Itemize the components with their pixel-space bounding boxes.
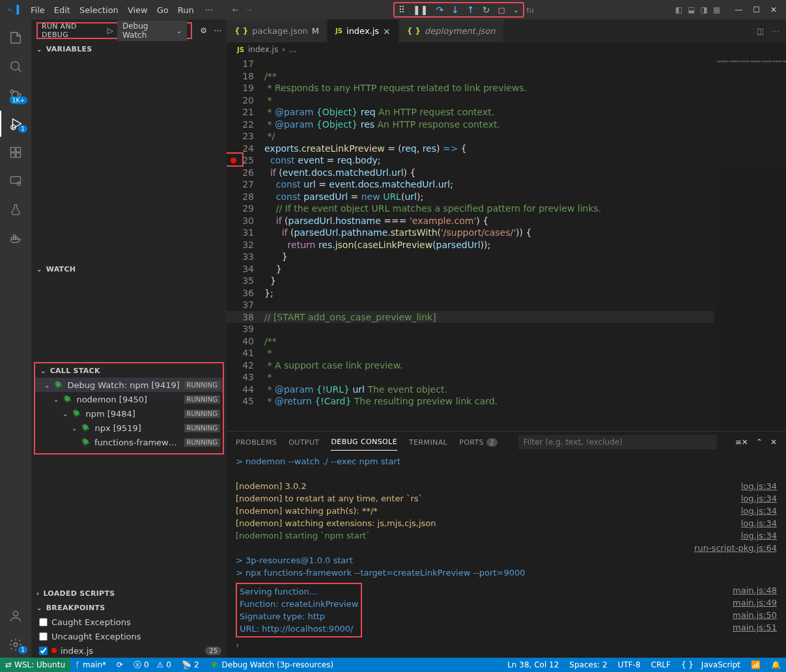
callstack-item[interactable]: ⌄🪲Debug Watch: npm [9419]RUNNING <box>35 378 223 392</box>
debug-dropdown-icon[interactable]: ⌄ <box>513 7 518 14</box>
callstack-item[interactable]: ⌄🪲npm [9484]RUNNING <box>35 406 223 421</box>
layout-right-icon[interactable]: ◨ <box>700 5 707 14</box>
close-icon[interactable]: ✕ <box>770 5 777 14</box>
settings-badge: 1 <box>18 646 27 654</box>
panel-close-icon[interactable]: ✕ <box>770 438 777 447</box>
bp-caught-exceptions[interactable]: Caught Exceptions <box>31 615 227 629</box>
editor-tab[interactable]: { }package.jsonM <box>227 20 328 42</box>
pause-icon[interactable]: ❚❚ <box>413 5 428 15</box>
menu-go[interactable]: Go <box>152 3 173 18</box>
start-debug-icon[interactable]: ▷ <box>107 26 113 35</box>
debug-console[interactable]: > nodemon --watch ./ --exec npm start [n… <box>227 453 786 658</box>
remote-indicator[interactable]: ⇄WSL: Ubuntu <box>0 658 70 672</box>
source-link[interactable]: log.js:34 <box>731 492 777 505</box>
restart-icon[interactable]: ↻ <box>483 5 490 15</box>
editor-tab[interactable]: JSindex.js× <box>328 20 399 42</box>
problems-status[interactable]: ⓧ0 ⚠0 <box>128 658 176 672</box>
source-link[interactable]: main.js:51 <box>722 621 777 634</box>
drag-handle-icon[interactable]: ⠿ <box>399 5 405 15</box>
feedback-icon[interactable]: 📶 <box>746 660 766 669</box>
explorer-icon[interactable] <box>0 25 31 51</box>
testing-icon[interactable] <box>0 197 31 223</box>
minimap[interactable]: ███ ██ ████ █\n█ ██████ ██\n██ ██ ████\n… <box>714 57 786 431</box>
section-breakpoints[interactable]: ⌄BREAKPOINTS <box>31 600 227 615</box>
source-link[interactable]: run-script-pkg.js:64 <box>684 542 777 554</box>
editor-tab[interactable]: { }deployment.json <box>399 20 504 42</box>
panel-tab-debug-console[interactable]: DEBUG CONSOLE <box>331 434 397 451</box>
debug-gear-icon[interactable]: ⚙ <box>200 26 207 35</box>
section-watch[interactable]: ⌄WATCH <box>31 262 227 276</box>
layout-custom-icon[interactable]: ▦ <box>713 5 720 14</box>
source-link[interactable]: log.js:34 <box>731 529 777 542</box>
step-into-icon[interactable]: ↓ <box>451 5 459 15</box>
maximize-icon[interactable]: ☐ <box>753 5 760 14</box>
source-link[interactable]: log.js:34 <box>731 505 777 517</box>
settings-icon[interactable]: 1 <box>0 632 31 658</box>
section-loaded-scripts[interactable]: ›LOADED SCRIPTS <box>31 586 227 600</box>
section-variables[interactable]: ⌄VARIABLES <box>31 42 227 56</box>
menu-file[interactable]: File <box>26 3 49 18</box>
nav-back-icon[interactable]: ← <box>232 5 239 14</box>
checkbox[interactable] <box>39 632 48 641</box>
debug-status[interactable]: 🪲Debug Watch (3p-resources) <box>204 658 339 672</box>
split-editor-icon[interactable]: ◫ <box>757 27 764 36</box>
debug-more-icon[interactable]: ⋯ <box>214 26 221 35</box>
git-branch[interactable]: ᚶmain* <box>70 658 111 672</box>
step-over-icon[interactable]: ↷ <box>436 5 444 15</box>
call-stack-panel: ⌄CALL STACK ⌄🪲Debug Watch: npm [9419]RUN… <box>34 362 224 455</box>
checkbox[interactable] <box>39 618 48 626</box>
code-editor[interactable]: 1718/**19 * Responds to any HTTP request… <box>227 57 714 431</box>
source-link[interactable]: main.js:49 <box>722 596 777 609</box>
minimize-icon[interactable]: — <box>735 5 742 14</box>
source-link[interactable]: main.js:50 <box>722 609 777 621</box>
panel-tab-problems[interactable]: PROBLEMS <box>236 434 277 451</box>
accounts-icon[interactable] <box>0 603 31 629</box>
console-filter-input[interactable] <box>518 435 717 449</box>
callstack-item[interactable]: 🪲functions-framework [954…RUNNING <box>35 435 223 449</box>
section-call-stack[interactable]: ⌄CALL STACK <box>35 363 223 378</box>
menu-selection[interactable]: Selection <box>75 3 123 18</box>
layout-bottom-icon[interactable]: ⬓ <box>688 5 695 14</box>
source-link[interactable]: log.js:34 <box>731 480 777 492</box>
layout-left-icon[interactable]: ◧ <box>675 5 682 14</box>
checkbox[interactable] <box>39 647 48 655</box>
search-icon[interactable] <box>0 53 31 79</box>
panel-tab-ports[interactable]: PORTS2 <box>459 434 498 451</box>
ports-status[interactable]: 📡2 <box>176 658 204 672</box>
bp-file-row[interactable]: index.js25 <box>31 643 227 658</box>
callstack-item[interactable]: ⌄🪲npx [9519]RUNNING <box>35 421 223 435</box>
breadcrumb[interactable]: JS index.js › ... <box>227 42 786 57</box>
run-debug-icon[interactable]: 1 <box>0 111 31 137</box>
menu-edit[interactable]: Edit <box>49 3 75 18</box>
panel-tab-terminal[interactable]: TERMINAL <box>409 434 447 451</box>
console-input-prompt[interactable]: › <box>236 637 777 652</box>
extensions-icon[interactable] <box>0 139 31 165</box>
close-tab-icon[interactable]: × <box>383 26 391 36</box>
console-clear-icon[interactable]: ≡✕ <box>735 438 748 447</box>
indentation[interactable]: Spaces: 2 <box>564 660 612 669</box>
sync-icon[interactable]: ⟳ <box>111 658 128 672</box>
remote-explorer-icon[interactable] <box>0 168 31 194</box>
source-link[interactable]: log.js:34 <box>731 517 777 529</box>
panel-maximize-icon[interactable]: ⌃ <box>756 438 763 447</box>
encoding[interactable]: UTF-8 <box>613 660 646 669</box>
menu-overflow-icon[interactable]: ⋯ <box>201 5 217 14</box>
source-control-icon[interactable]: 1K+ <box>0 82 31 108</box>
error-icon: ⓧ <box>133 660 141 671</box>
eol[interactable]: CRLF <box>646 660 676 669</box>
step-out-icon[interactable]: ↑ <box>467 5 475 15</box>
callstack-item[interactable]: ⌄🪲nodemon [9450]RUNNING <box>35 392 223 406</box>
source-link[interactable]: main.js:48 <box>722 584 777 596</box>
language-mode[interactable]: { } JavaScript <box>676 660 746 669</box>
panel-tab-output[interactable]: OUTPUT <box>288 434 319 451</box>
more-editor-icon[interactable]: ⋯ <box>772 27 779 36</box>
cursor-position[interactable]: Ln 38, Col 12 <box>502 660 564 669</box>
nav-fwd-icon[interactable]: → <box>246 5 252 14</box>
docker-icon[interactable] <box>0 225 31 251</box>
notifications-icon[interactable]: 🔔 <box>766 660 786 669</box>
stop-icon[interactable]: ◻ <box>498 5 505 15</box>
debug-config-select[interactable]: Debug Watch⌄ <box>117 20 187 41</box>
bp-uncaught-exceptions[interactable]: Uncaught Exceptions <box>31 629 227 643</box>
menu-view[interactable]: View <box>123 3 152 18</box>
menu-run[interactable]: Run <box>173 3 199 18</box>
